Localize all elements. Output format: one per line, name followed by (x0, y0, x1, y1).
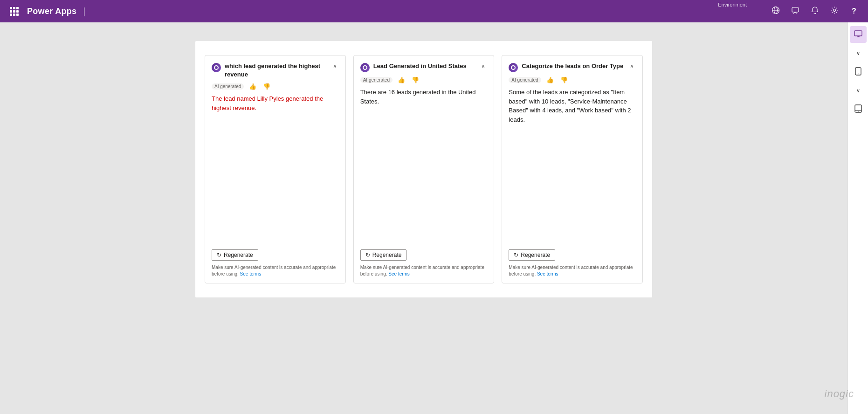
desktop-view-button[interactable] (850, 26, 867, 43)
chevron-down-icon-1: ∨ (856, 50, 860, 56)
topbar-right: ? (767, 3, 862, 20)
card-3-thumbdown-button[interactable]: 👎 (559, 76, 569, 84)
card-1-thumbdown-button[interactable]: 👎 (262, 83, 272, 90)
svg-point-9 (858, 73, 859, 74)
env-selector-button[interactable] (767, 3, 784, 20)
card-1-collapse-button[interactable]: ∧ (331, 62, 339, 70)
ai-card-2: Lead Generated in United States ∧ AI gen… (353, 55, 495, 283)
card-1-badge-row: AI generated 👍 👎 (212, 83, 339, 90)
card-2-thumbdown-button[interactable]: 👎 (410, 76, 420, 84)
card-3-title: Categorize the leads on Order Type (522, 62, 623, 70)
waffle-icon (10, 7, 19, 16)
env-icon (772, 6, 780, 16)
card-3-collapse-button[interactable]: ∧ (628, 62, 636, 70)
card-2-regenerate-button[interactable]: ↻ Regenerate (360, 249, 407, 261)
card-2-disclaimer-text: Make sure AI-generated content is accura… (360, 265, 484, 276)
card-3-ai-badge: AI generated (509, 77, 541, 83)
card-1-ai-badge: AI generated (212, 83, 244, 90)
card-2-thumbup-button[interactable]: 👍 (396, 76, 406, 84)
card-3-title-row: Categorize the leads on Order Type (509, 62, 628, 72)
card-2-title: Lead Generated in United States (373, 62, 467, 70)
help-button[interactable]: ? (846, 3, 862, 20)
copilot-button[interactable] (787, 3, 804, 20)
topbar-left: Power Apps | (6, 3, 86, 20)
card-1-icon (212, 63, 221, 72)
svg-rect-5 (854, 31, 862, 36)
card-1-regenerate-label: Regenerate (224, 252, 253, 258)
card-3-disclaimer-text: Make sure AI-generated content is accura… (509, 265, 633, 276)
card-1-answer: The lead named Lilly Pyles generated the… (212, 94, 339, 244)
canvas-area: which lead generated the highest revenue… (0, 22, 847, 414)
card-2-ai-badge: AI generated (360, 77, 393, 83)
gear-icon (830, 6, 839, 16)
help-icon: ? (852, 7, 856, 15)
card-2-header: Lead Generated in United States ∧ (360, 62, 488, 72)
white-canvas: which lead generated the highest revenue… (195, 41, 652, 297)
card-1-disclaimer-text: Make sure AI-generated content is accura… (212, 265, 336, 276)
card-3-regenerate-label: Regenerate (521, 252, 550, 258)
card-2-disclaimer-link[interactable]: See terms (388, 271, 410, 276)
mobile-view-button[interactable] (850, 63, 867, 80)
title-divider: | (83, 6, 85, 17)
right-sidebar: ∨ ∨ (847, 22, 868, 414)
copilot-icon (791, 6, 799, 16)
card-2-answer: There are 16 leads generated in the Unit… (360, 88, 488, 244)
regen-icon-2: ↻ (365, 252, 370, 258)
card-3-answer: Some of the leads are categorized as "It… (509, 88, 636, 244)
regen-icon-1: ↻ (217, 252, 221, 258)
card-1-header: which lead generated the highest revenue… (212, 62, 339, 79)
card-2-disclaimer: Make sure AI-generated content is accura… (360, 264, 488, 277)
svg-rect-10 (855, 105, 861, 112)
card-1-title-row: which lead generated the highest revenue (212, 62, 331, 79)
card-3-thumbup-button[interactable]: 👍 (545, 76, 555, 84)
svg-point-12 (858, 111, 858, 111)
card-1-title: which lead generated the highest revenue (225, 62, 331, 79)
main-area: which lead generated the highest revenue… (0, 22, 868, 414)
card-3-disclaimer: Make sure AI-generated content is accura… (509, 264, 636, 277)
mobile-expand-button[interactable]: ∨ (850, 82, 867, 99)
tablet-icon (854, 104, 862, 114)
svg-point-4 (834, 9, 836, 12)
card-1-disclaimer-link[interactable]: See terms (240, 271, 262, 276)
card-1-disclaimer: Make sure AI-generated content is accura… (212, 264, 339, 277)
card-2-regenerate-label: Regenerate (372, 252, 402, 258)
regen-icon-3: ↻ (514, 252, 518, 258)
card-3-regenerate-button[interactable]: ↻ Regenerate (509, 249, 555, 261)
card-2-badge-row: AI generated 👍 👎 (360, 76, 488, 84)
notifications-button[interactable] (806, 3, 823, 20)
bell-icon (811, 6, 819, 16)
tablet-view-button[interactable] (850, 101, 867, 117)
card-3-disclaimer-link[interactable]: See terms (537, 271, 558, 276)
app-title: Power Apps (27, 7, 76, 16)
card-2-title-row: Lead Generated in United States (360, 62, 480, 72)
topbar: Power Apps | Environment (0, 0, 868, 22)
card-1-regenerate-button[interactable]: ↻ Regenerate (212, 249, 258, 261)
waffle-menu-button[interactable] (6, 3, 22, 20)
mobile-icon (855, 67, 861, 77)
environment-label: Environment (718, 2, 747, 7)
ai-card-1: which lead generated the highest revenue… (205, 55, 346, 283)
card-3-icon (509, 63, 518, 72)
card-2-collapse-button[interactable]: ∧ (479, 62, 487, 70)
settings-button[interactable] (826, 3, 843, 20)
card-3-badge-row: AI generated 👍 👎 (509, 76, 636, 84)
card-1-thumbup-button[interactable]: 👍 (248, 83, 258, 90)
card-3-header: Categorize the leads on Order Type ∧ (509, 62, 636, 72)
card-2-icon (360, 63, 370, 72)
chevron-down-icon-2: ∨ (856, 88, 860, 94)
desktop-expand-button[interactable]: ∨ (850, 45, 867, 62)
ai-card-3: Categorize the leads on Order Type ∧ AI … (502, 55, 643, 283)
svg-rect-3 (792, 7, 799, 12)
desktop-icon (854, 30, 862, 40)
